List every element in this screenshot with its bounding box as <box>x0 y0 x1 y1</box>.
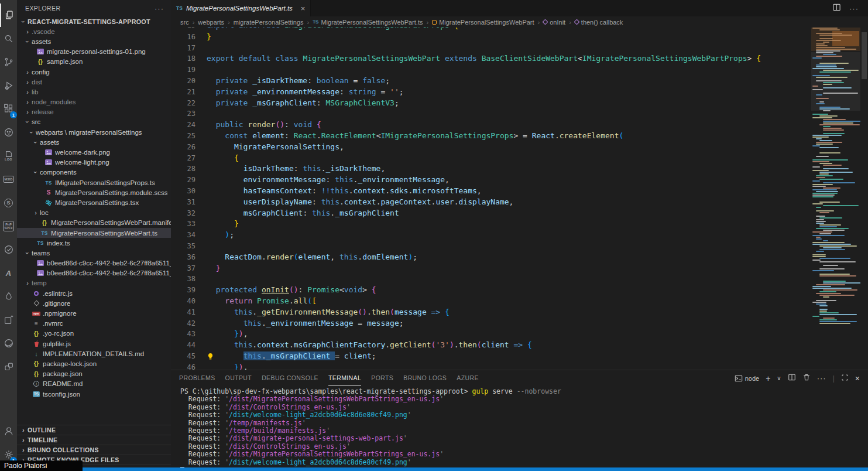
tree-folder-node-modules[interactable]: ›node_modules <box>17 97 171 107</box>
tree-folder-loc[interactable]: ›loc <box>17 208 171 218</box>
maximize-panel-icon[interactable] <box>841 374 849 383</box>
tree-file-b0eed86d-c9cc-4942-beb2-6c27ff8a6511-color-p[interactable]: b0eed86d-c9cc-4942-beb2-6c27ff8a6511_col… <box>17 258 171 268</box>
tree-folder-assets[interactable]: ›assets <box>17 36 171 46</box>
tree-folder-vscode[interactable]: ›.vscode <box>17 26 171 36</box>
editor-more-actions-icon[interactable]: ··· <box>849 4 859 13</box>
line-number: 36 <box>171 252 195 263</box>
tree-folder-temp[interactable]: ›temp <box>17 278 171 288</box>
tree-file-migratepersonalsettings-tsx[interactable]: MigratePersonalSettings.tsx <box>17 197 171 207</box>
terminal-output[interactable]: PS C:\github\sp-dev-fx-webparts\samples\… <box>171 386 868 471</box>
puzzle-icon[interactable] <box>0 355 17 378</box>
section-bruno-collections[interactable]: ›BRUNO COLLECTIONS <box>17 445 171 455</box>
panel-more-actions-icon[interactable]: ··· <box>817 374 826 383</box>
terminal-profile[interactable]: node <box>735 374 759 383</box>
tree-file-b0eed86d-c9cc-4942-beb2-6c27ff8a6511-outline[interactable]: b0eed86d-c9cc-4942-beb2-6c27ff8a6511_out… <box>17 268 171 278</box>
json-file-icon: {} <box>32 360 41 367</box>
code-editor[interactable]: 15export interface IMigratePersonalSetti… <box>171 28 868 370</box>
minimap-line <box>816 142 842 143</box>
section-timeline[interactable]: ›TIMELINE <box>17 435 171 445</box>
tree-file-eslintrc-js[interactable]: .eslintrc.js <box>17 288 171 298</box>
search-icon[interactable] <box>0 27 17 50</box>
tree-folder-lib[interactable]: ›lib <box>17 87 171 97</box>
breadcrumb-item-migratepersonalsettingswebpart-ts[interactable]: TSMigratePersonalSettingsWebPart.ts <box>313 19 423 26</box>
tree-file-migratepersonalsettingswebpart-manifest-json[interactable]: {}MigratePersonalSettingsWebPart.manifes… <box>17 218 171 228</box>
tree-file-index-ts[interactable]: TSindex.ts <box>17 238 171 248</box>
minimap-viewport[interactable] <box>811 52 860 111</box>
close-panel-icon[interactable]: × <box>855 374 860 383</box>
log-viewer-icon[interactable]: LOG <box>0 144 17 168</box>
new-terminal-icon[interactable]: + <box>766 374 770 383</box>
panel-tab-debug-console[interactable]: DEBUG CONSOLE <box>262 370 318 386</box>
pnp-spfx-icon[interactable]: PnPSPFx <box>0 214 17 238</box>
tree-file-gulpfile-js[interactable]: gulpfile.js <box>17 339 171 349</box>
panel-tab-output[interactable]: OUTPUT <box>225 370 252 386</box>
edge-tools-icon[interactable] <box>0 332 17 355</box>
section-outline[interactable]: ›OUTLINE <box>17 425 171 435</box>
explorer-more-actions-icon[interactable]: ··· <box>155 4 164 13</box>
tree-folder-dist[interactable]: ›dist <box>17 77 171 87</box>
tree-file-nvmrc[interactable]: ≡.nvmrc <box>17 319 171 329</box>
breadcrumb-item-migratepersonalsettingswebpart[interactable]: MigratePersonalSettingsWebPart <box>432 19 534 26</box>
sharepoint-icon[interactable]: S <box>0 191 17 214</box>
tree-folder-src[interactable]: ›src <box>17 117 171 127</box>
tab-migratepersonalsettingswebpart-ts[interactable]: TS MigratePersonalSettingsWebPart.ts × <box>171 0 311 16</box>
breadcrumb-item-oninit[interactable]: onInit <box>543 19 565 26</box>
tree-folder-config[interactable]: ›config <box>17 67 171 77</box>
editor-scrollbar[interactable] <box>860 28 868 370</box>
panel-tab-terminal[interactable]: TERMINAL <box>328 370 361 386</box>
tree-folder-assets[interactable]: ›assets <box>17 137 171 147</box>
codetour-icon[interactable] <box>0 308 17 332</box>
tab-close-icon[interactable]: × <box>301 4 306 13</box>
bruno-icon[interactable] <box>0 121 17 144</box>
extensions-icon[interactable]: 1 <box>0 97 17 121</box>
run-and-debug-icon[interactable] <box>0 74 17 97</box>
tree-file-gitignore[interactable]: .gitignore <box>17 298 171 308</box>
minimap[interactable] <box>811 28 860 370</box>
tree-file-readme-md[interactable]: iREADME.md <box>17 379 171 389</box>
teams-toolkit-flame-icon[interactable] <box>0 285 17 308</box>
tree-file-welcome-light-png[interactable]: welcome-light.png <box>17 158 171 168</box>
tree-file-migrate-personal-settings-01-png[interactable]: migrate-personal-settings-01.png <box>17 47 171 57</box>
tree-folder-react-migrate-settings-approot[interactable]: ›REACT-MIGRATE-SETTINGS-APPROOT <box>17 16 171 26</box>
tree-item-label: loc <box>40 209 49 216</box>
breadcrumb-item-webparts[interactable]: webparts <box>198 19 224 26</box>
terminal-dropdown-icon[interactable]: ∨ <box>777 375 781 381</box>
tree-folder-components[interactable]: ›components <box>17 168 171 178</box>
tree-folder-teams[interactable]: ›teams <box>17 248 171 258</box>
source-control-icon[interactable] <box>0 50 17 74</box>
breadcrumb-item-then-callback[interactable]: then() callback <box>575 19 623 26</box>
minimap-line <box>823 126 831 127</box>
tree-file-implementation-details-md[interactable]: ↓IMPLEMENTATION_DETAILS.md <box>17 349 171 359</box>
m365-icon[interactable]: M365 <box>0 168 17 191</box>
panel-tab-problems[interactable]: PROBLEMS <box>179 370 215 386</box>
status-bar[interactable] <box>0 467 868 471</box>
minimap-line <box>819 224 841 226</box>
tree-folder-release[interactable]: ›release <box>17 107 171 117</box>
panel-tab-azure[interactable]: AZURE <box>457 370 479 386</box>
tree-file-npmignore[interactable]: npm.npmignore <box>17 308 171 318</box>
split-editor-icon[interactable] <box>832 3 841 14</box>
accounts-icon[interactable] <box>0 419 17 443</box>
panel-tab-bruno-logs[interactable]: BRUNO LOGS <box>403 370 447 386</box>
tree-file-package-json[interactable]: {}package.json <box>17 369 171 379</box>
explorer-icon[interactable] <box>0 4 17 27</box>
breadcrumb-item-migratepersonalsettings[interactable]: migratePersonalSettings <box>234 19 304 26</box>
tree-file-tsconfig-json[interactable]: TStsconfig.json <box>17 389 171 399</box>
minimap-line <box>816 45 828 46</box>
azure-icon[interactable]: A <box>0 261 17 285</box>
tree-file-imigratepersonalsettingsprops-ts[interactable]: TSIMigratePersonalSettingsProps.ts <box>17 178 171 187</box>
split-terminal-icon[interactable] <box>788 373 796 383</box>
kill-terminal-trash-icon[interactable] <box>802 373 811 383</box>
tree-folder-webparts-migratepersonalsettings[interactable]: ›webparts \ migratePersonalSettings <box>17 127 171 137</box>
scrollbar-thumb[interactable] <box>862 32 867 79</box>
tree-file-welcome-dark-png[interactable]: welcome-dark.png <box>17 147 171 157</box>
approvals-check-icon[interactable] <box>0 238 17 261</box>
panel-tab-ports[interactable]: PORTS <box>371 370 393 386</box>
tree-file-package-lock-json[interactable]: {}package-lock.json <box>17 359 171 368</box>
breadcrumb-item-src[interactable]: src <box>180 19 189 26</box>
chevron-right-icon: › <box>23 69 32 76</box>
tree-file-migratepersonalsettingswebpart-ts[interactable]: TSMigratePersonalSettingsWebPart.ts <box>17 228 171 238</box>
tree-file-sample-json[interactable]: {}sample.json <box>17 57 171 67</box>
tree-file-migratepersonalsettings-module-scss[interactable]: SMigratePersonalSettings.module.scss <box>17 187 171 197</box>
tree-file-yo-rc-json[interactable]: {}.yo-rc.json <box>17 329 171 339</box>
